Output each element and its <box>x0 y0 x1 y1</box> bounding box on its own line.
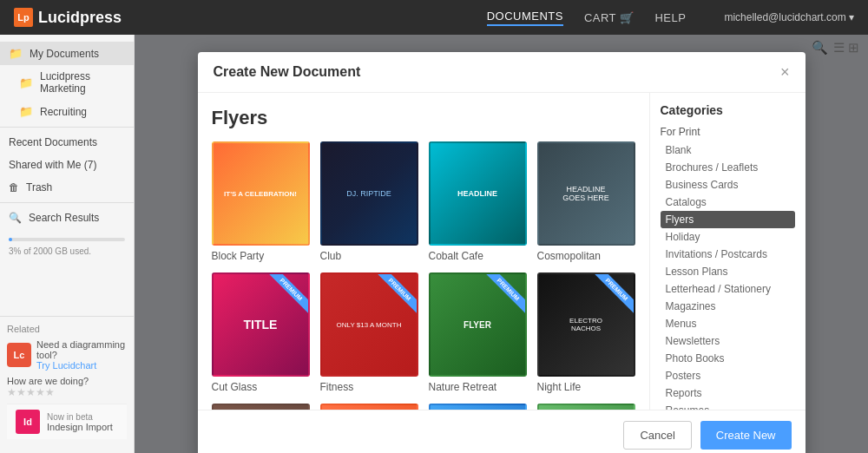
sidebar-item-trash[interactable]: 🗑 Trash <box>0 176 134 199</box>
premium-badge: PREMIUM <box>266 272 309 315</box>
lucidchart-icon: Lc <box>7 343 31 367</box>
create-document-modal: Create New Document × Flyers IT'S A CELE… <box>198 52 806 453</box>
nav-help[interactable]: HELP <box>654 11 686 24</box>
premium-badge: PREMIUM <box>591 272 635 315</box>
indesign-beta: Now in beta <box>47 412 113 422</box>
sidebar: 📁 My Documents 📁 Lucidpress Marketing 📁 … <box>0 35 135 453</box>
search-icon: 🔍 <box>9 212 22 224</box>
template-club[interactable]: DJ. RIPTIDE Club <box>320 141 418 262</box>
sidebar-item-shared[interactable]: Shared with Me (7) <box>0 154 134 176</box>
premium-badge: PREMIUM <box>374 272 418 315</box>
section-title: Flyers <box>212 107 635 129</box>
nav-cart[interactable]: CART 🛒 <box>584 11 635 24</box>
feedback-item: How are we doing? ★★★★★ <box>7 376 127 398</box>
category-flyers[interactable]: Flyers <box>661 211 795 228</box>
create-button[interactable]: Create New <box>700 421 792 450</box>
sidebar-item-recruiting[interactable]: 📁 Recruiting <box>0 100 134 123</box>
divider <box>0 202 134 203</box>
sidebar-item-lucidpress[interactable]: 📁 Lucidpress Marketing <box>0 65 134 100</box>
sidebar-item-search[interactable]: 🔍 Search Results <box>0 207 134 229</box>
template-thumb <box>537 404 635 410</box>
category-posters[interactable]: Posters <box>661 367 795 384</box>
category-magazines[interactable]: Magazines <box>661 298 795 315</box>
category-business-cards[interactable]: Business Cards <box>661 176 795 194</box>
template-thumb: TITLE PREMIUM <box>212 272 310 377</box>
category-catalogs[interactable]: Catalogs <box>661 194 795 211</box>
subfolder-icon: 📁 <box>19 76 33 89</box>
storage-bar <box>9 238 12 241</box>
category-photo-books[interactable]: Photo Books <box>661 350 795 367</box>
template-name: Cosmopolitan <box>537 250 635 262</box>
template-r3-1[interactable] <box>212 404 310 410</box>
nav-links: DOCUMENTS CART 🛒 HELP michelled@lucidcha… <box>487 10 854 26</box>
template-r3-2[interactable] <box>320 404 418 410</box>
indesign-title: Indesign Import <box>47 422 113 432</box>
category-newsletters[interactable]: Newsletters <box>661 332 795 350</box>
trash-icon: 🗑 <box>9 181 19 194</box>
modal-footer: Cancel Create New <box>198 410 806 453</box>
cancel-button[interactable]: Cancel <box>623 421 691 450</box>
related-section: Related Lc Need a diagramming tool? Try … <box>0 316 134 446</box>
premium-badge: PREMIUM <box>483 272 526 315</box>
sidebar-item-mydocuments[interactable]: 📁 My Documents <box>0 42 134 65</box>
logo-icon: Lp <box>14 8 33 27</box>
template-name: Fitness <box>320 381 418 393</box>
template-nightlife[interactable]: ELECTRONACHOS PREMIUM Night Life <box>537 272 635 393</box>
template-thumb: HEADLINEGOES HERE <box>537 141 635 246</box>
category-brochures[interactable]: Brochures / Leaflets <box>661 159 795 176</box>
templates-grid: IT'S A CELEBRATION! Block Party DJ. RIPT… <box>212 141 635 410</box>
sidebar-item-label: My Documents <box>30 48 99 60</box>
sidebar-item-label: Search Results <box>29 212 99 224</box>
category-invitations[interactable]: Invitations / Postcards <box>661 246 795 263</box>
subfolder-icon: 📁 <box>19 105 33 118</box>
template-r3-4[interactable] <box>537 404 635 410</box>
category-menus[interactable]: Menus <box>661 315 795 332</box>
template-block-party[interactable]: IT'S A CELEBRATION! Block Party <box>212 141 310 262</box>
template-fitness[interactable]: ONLY $13 A MONTH PREMIUM Fitness <box>320 272 418 393</box>
modal-header: Create New Document × <box>198 52 806 93</box>
sidebar-item-label: Shared with Me (7) <box>9 159 96 171</box>
template-cobalt[interactable]: HEADLINE Cobalt Cafe <box>429 141 527 262</box>
category-reports[interactable]: Reports <box>661 384 795 402</box>
template-cosmo[interactable]: HEADLINEGOES HERE Cosmopolitan <box>537 141 635 262</box>
template-nature[interactable]: FLYER PREMIUM Nature Retreat <box>429 272 527 393</box>
category-resumes[interactable]: Resumes <box>661 402 795 410</box>
template-cutglass[interactable]: TITLE PREMIUM Cut Glass <box>212 272 310 393</box>
category-lesson-plans[interactable]: Lesson Plans <box>661 263 795 280</box>
logo-text: Lucidpress <box>38 9 122 27</box>
folder-icon: 📁 <box>9 47 23 60</box>
lucidchart-link[interactable]: Try Lucidchart <box>36 360 127 371</box>
template-thumb: DJ. RIPTIDE <box>320 141 418 246</box>
rating-stars[interactable]: ★★★★★ <box>7 386 89 398</box>
content-area: 🔍 ☰ ⊞ Create New Document × Flyers <box>135 35 868 453</box>
sidebar-item-label: Recruiting <box>40 106 87 118</box>
template-name: Cobalt Cafe <box>429 250 527 262</box>
template-thumb: ONLY $13 A MONTH PREMIUM <box>320 272 418 377</box>
category-holiday[interactable]: Holiday <box>661 228 795 246</box>
category-letterhead[interactable]: Letterhead / Stationery <box>661 280 795 298</box>
category-blank[interactable]: Blank <box>661 141 795 159</box>
template-name: Club <box>320 250 418 262</box>
for-print-label: For Print <box>661 126 795 138</box>
main-layout: 📁 My Documents 📁 Lucidpress Marketing 📁 … <box>0 35 868 453</box>
divider <box>0 127 134 128</box>
categories-title: Categories <box>661 103 795 117</box>
template-thumb: HEADLINE <box>429 141 527 246</box>
template-thumb: ELECTRONACHOS PREMIUM <box>537 272 635 377</box>
template-name: Nature Retreat <box>429 381 527 393</box>
nav-documents[interactable]: DOCUMENTS <box>487 10 563 26</box>
templates-area: Flyers IT'S A CELEBRATION! Block Party <box>198 93 649 410</box>
related-title: Related <box>7 324 127 334</box>
categories-panel: Categories For Print Blank Brochures / L… <box>649 93 806 410</box>
template-r3-3[interactable] <box>429 404 527 410</box>
sidebar-item-label: Trash <box>26 181 52 194</box>
indesign-icon: Id <box>16 410 40 434</box>
logo: Lp Lucidpress <box>14 8 122 27</box>
user-menu[interactable]: michelled@lucidchart.com ▾ <box>724 11 854 23</box>
template-thumb: FLYER PREMIUM <box>429 272 527 377</box>
sidebar-item-recent[interactable]: Recent Documents <box>0 131 134 154</box>
storage-info: 3% of 2000 GB used. <box>0 229 134 261</box>
template-thumb: IT'S A CELEBRATION! <box>212 141 310 246</box>
close-button[interactable]: × <box>780 64 790 80</box>
template-name: Block Party <box>212 250 310 262</box>
